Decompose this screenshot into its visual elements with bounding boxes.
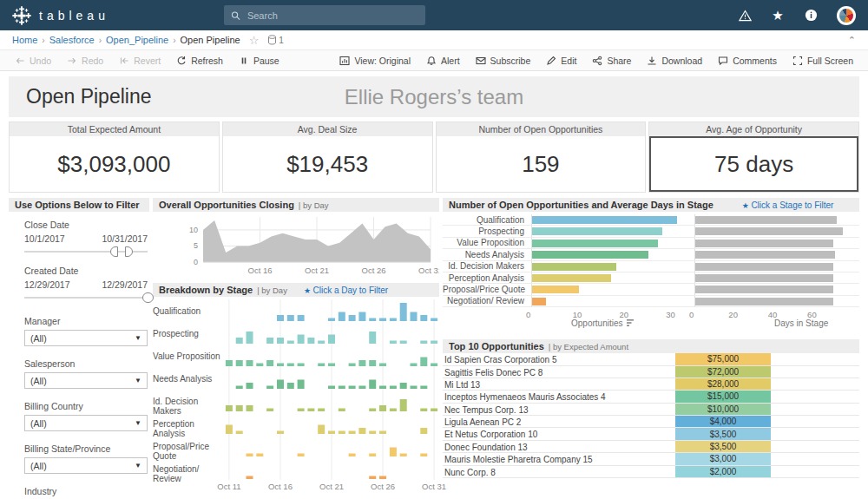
toolbar-edit-button[interactable]: Edit (540, 53, 582, 69)
opportunities-bar[interactable] (532, 263, 616, 271)
top10-row[interactable]: Donec Foundation 13 $3,500 (443, 441, 859, 453)
toolbar-download-button[interactable]: Download (641, 53, 708, 69)
breakdown-bar[interactable] (318, 341, 325, 345)
toolbar-comments-button[interactable]: Comments (712, 53, 783, 69)
breakdown-bar[interactable] (298, 364, 305, 367)
expected-amount-cell[interactable]: $75,000 (675, 353, 771, 364)
favorite-star-icon[interactable]: ☆ (249, 34, 260, 47)
breakdown-bar[interactable] (379, 386, 386, 390)
breakdown-bar[interactable] (247, 332, 253, 344)
breakdown-bar[interactable] (420, 341, 427, 345)
breakdown-bar[interactable] (236, 431, 243, 435)
breakdown-bar[interactable] (369, 409, 376, 412)
top10-row[interactable]: Ligula Aenean PC 2 $4,000 (443, 416, 859, 428)
breakdown-bar[interactable] (400, 383, 407, 389)
breakdown-bar[interactable] (358, 360, 365, 366)
breakdown-bar[interactable] (287, 341, 294, 345)
breakdown-bar[interactable] (318, 409, 325, 412)
days-in-stage-bar[interactable] (695, 263, 833, 271)
breakdown-bar[interactable] (266, 409, 273, 412)
breakdown-bar[interactable] (369, 380, 376, 390)
breakdown-bar[interactable] (256, 454, 263, 457)
breakdown-bar[interactable] (298, 380, 305, 390)
close-date-slider-handle-low[interactable] (110, 246, 118, 257)
breakdown-bar[interactable] (298, 409, 305, 412)
info-icon[interactable] (804, 9, 818, 23)
breakdown-bar[interactable] (420, 358, 427, 367)
expected-amount-cell[interactable]: $3,500 (675, 428, 771, 439)
toolbar-pause-button[interactable]: Pause (233, 53, 286, 69)
breakdown-bar[interactable] (318, 425, 325, 435)
breadcrumb-link-salesforce[interactable]: Salesforce (49, 35, 95, 45)
breakdown-bar[interactable] (298, 315, 305, 321)
breakdown-bar[interactable] (369, 360, 376, 366)
breakdown-bar[interactable] (411, 364, 418, 367)
breakdown-bar[interactable] (379, 318, 386, 322)
breakdown-bar[interactable] (277, 338, 284, 344)
breakdown-bar[interactable] (400, 399, 407, 411)
breakdown-bar[interactable] (236, 360, 243, 366)
breakdown-bar[interactable] (420, 409, 427, 412)
breakdown-bar[interactable] (390, 409, 397, 412)
breakdown-bar[interactable] (277, 380, 284, 390)
opportunities-bar[interactable] (532, 286, 579, 293)
breadcrumb-link-open-pipeline[interactable]: Open_Pipeline (106, 35, 168, 45)
toolbar-subscribe-button[interactable]: Subscribe (470, 53, 537, 69)
breakdown-bar[interactable] (247, 360, 253, 366)
breakdown-bar[interactable] (287, 383, 294, 389)
expected-amount-cell[interactable]: $10,000 (675, 404, 771, 415)
breadcrumb-link-home[interactable]: Home (12, 35, 37, 45)
breakdown-bar[interactable] (247, 405, 253, 411)
top10-row[interactable]: Nec Tempus Corp. 13 $10,000 (443, 404, 859, 416)
breakdown-bar[interactable] (318, 364, 325, 367)
breakdown-bar[interactable] (379, 431, 386, 435)
breakdown-bar[interactable] (369, 332, 376, 344)
breakdown-bar[interactable] (431, 318, 437, 322)
breakdown-bar[interactable] (379, 364, 386, 367)
breakdown-bar[interactable] (287, 315, 294, 321)
salesperson-dropdown[interactable]: (All) ▼ (24, 372, 148, 389)
breakdown-bar[interactable] (358, 428, 365, 434)
created-date-slider[interactable] (24, 292, 148, 304)
breakdown-bar[interactable] (247, 383, 253, 389)
breakdown-bar[interactable] (266, 360, 273, 366)
breakdown-bar[interactable] (328, 335, 335, 345)
breakdown-bar[interactable] (369, 476, 376, 480)
expected-amount-cell[interactable]: $15,000 (675, 391, 771, 402)
breakdown-bar[interactable] (369, 318, 376, 322)
breakdown-bar[interactable] (339, 409, 345, 412)
breakdown-bar[interactable] (349, 364, 356, 367)
breakdown-bar[interactable] (307, 409, 314, 412)
favorites-star-icon[interactable]: ★ (771, 9, 785, 23)
breakdown-bar[interactable] (420, 428, 427, 434)
breakdown-bar[interactable] (379, 476, 386, 480)
datasource-count[interactable]: 1 (267, 35, 284, 45)
opportunities-bar[interactable] (532, 274, 611, 282)
breakdown-bar[interactable] (349, 454, 356, 457)
breakdown-bar[interactable] (411, 386, 418, 390)
breakdown-bar[interactable] (358, 312, 365, 322)
breakdown-bar[interactable] (369, 454, 376, 457)
breakdown-bar[interactable] (390, 318, 397, 322)
days-in-stage-bar[interactable] (695, 286, 833, 293)
top10-row[interactable]: Id Sapien Cras Corporation 5 $75,000 (443, 353, 859, 365)
alerts-triangle-icon[interactable] (738, 9, 752, 23)
days-in-stage-bar[interactable] (695, 240, 833, 247)
click-day-filter-link[interactable]: Click a Day to Filter (304, 286, 388, 295)
billing-state-province-dropdown[interactable]: (All) ▼ (24, 457, 148, 474)
expected-amount-cell[interactable]: $3,500 (675, 441, 771, 452)
breakdown-bar[interactable] (328, 386, 335, 390)
top10-row[interactable]: Sagittis Felis Donec PC 8 $72,000 (443, 366, 859, 378)
breakdown-bar[interactable] (420, 315, 427, 321)
breakdown-bar[interactable] (400, 454, 407, 457)
days-in-stage-bar[interactable] (695, 298, 833, 305)
kpi-card-total-expected-amount[interactable]: Total Expected Amount $3,093,000 (9, 121, 220, 193)
top10-row[interactable]: Nunc Corp. 8 $2,000 (443, 466, 859, 478)
toolbar-refresh-button[interactable]: Refresh (170, 53, 229, 69)
breakdown-bar[interactable] (307, 338, 314, 344)
overall-closing-area-chart[interactable]: 10 5 0 Oct 16Oct 21Oct 26Oct 31 (153, 212, 439, 279)
breakdown-bar[interactable] (236, 338, 243, 344)
user-avatar[interactable] (837, 6, 856, 25)
close-date-slider-handle-high[interactable] (125, 246, 133, 257)
kpi-card-avg-deal-size[interactable]: Avg. Deal Size $19,453 (222, 121, 433, 193)
